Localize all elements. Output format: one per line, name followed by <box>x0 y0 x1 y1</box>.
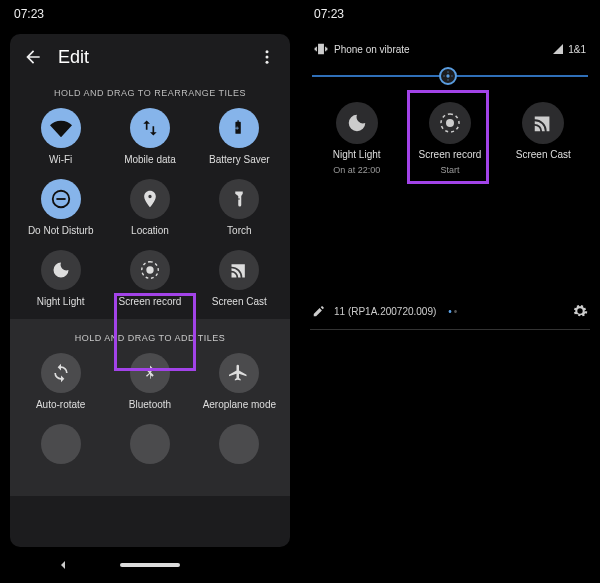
status-bar-right: 07:23 <box>300 0 600 28</box>
tile-aeroplane[interactable]: Aeroplane mode <box>195 353 284 410</box>
svg-point-11 <box>446 119 454 127</box>
edit-icon[interactable] <box>312 304 326 318</box>
qs-edit-panel: Edit HOLD AND DRAG TO REARRANGE TILES Wi… <box>10 34 290 547</box>
qs-tile-screen-cast[interactable]: Screen Cast <box>497 102 590 175</box>
qs-tiles-grid: Night Light On at 22:00 Screen record St… <box>310 96 590 185</box>
clock: 07:23 <box>14 7 44 21</box>
signal-icon <box>552 43 564 55</box>
tile-screen-cast[interactable]: Screen Cast <box>195 250 284 307</box>
brightness-slider[interactable] <box>312 66 588 86</box>
build-text: 11 (RP1A.200720.009) <box>334 306 436 317</box>
svg-point-5 <box>146 266 153 273</box>
battery-icon <box>230 119 248 137</box>
tile-night-light[interactable]: Night Light <box>16 250 105 307</box>
qs-tile-screen-record[interactable]: Screen record Start <box>403 102 496 175</box>
tile-extra-2[interactable] <box>105 424 194 464</box>
rotate-icon <box>51 363 71 383</box>
carrier-text: 1&1 <box>568 44 586 55</box>
tile-torch[interactable]: Torch <box>195 179 284 236</box>
tile-mobile-data[interactable]: Mobile data <box>105 108 194 165</box>
vibrate-text: Phone on vibrate <box>334 44 410 55</box>
tile-dnd[interactable]: Do Not Disturb <box>16 179 105 236</box>
swap-icon <box>140 118 160 138</box>
svg-point-2 <box>266 61 269 64</box>
overflow-menu-icon[interactable] <box>256 46 278 68</box>
vibrate-icon <box>314 42 328 56</box>
active-tiles-grid: Wi-Fi Mobile data Battery Saver Do Not D… <box>10 104 290 319</box>
record-icon <box>139 259 161 281</box>
tile-bluetooth[interactable]: Bluetooth <box>105 353 194 410</box>
qs-footer: 11 (RP1A.200720.009) •• <box>310 295 590 330</box>
tile-extra-1[interactable] <box>16 424 105 464</box>
plane-icon <box>229 363 249 383</box>
cast-icon <box>532 112 554 134</box>
nav-home[interactable] <box>120 563 180 567</box>
status-bar-left: 07:23 <box>0 0 300 28</box>
brightness-icon <box>443 71 453 81</box>
page-title: Edit <box>58 47 242 68</box>
qs-top-row: Phone on vibrate 1&1 <box>310 34 590 62</box>
phone-right: 07:23 Phone on vibrate 1&1 Night Light O… <box>300 0 600 583</box>
tile-auto-rotate[interactable]: Auto-rotate <box>16 353 105 410</box>
dnd-icon <box>50 188 72 210</box>
edit-header: Edit <box>10 34 290 80</box>
phone-left: 07:23 Edit HOLD AND DRAG TO REARRANGE TI… <box>0 0 300 583</box>
nav-back-icon[interactable] <box>55 557 71 573</box>
record-icon <box>438 111 462 135</box>
svg-point-1 <box>266 56 269 59</box>
hint-rearrange: HOLD AND DRAG TO REARRANGE TILES <box>10 80 290 104</box>
cast-icon <box>229 260 249 280</box>
tile-wifi[interactable]: Wi-Fi <box>16 108 105 165</box>
hint-add: HOLD AND DRAG TO ADD TILES <box>10 319 290 349</box>
bluetooth-icon <box>141 364 159 382</box>
back-icon[interactable] <box>22 46 44 68</box>
page-indicator: •• <box>448 306 459 317</box>
tile-battery-saver[interactable]: Battery Saver <box>195 108 284 165</box>
svg-point-0 <box>266 50 269 53</box>
nav-bar-left <box>0 547 300 583</box>
gear-icon[interactable] <box>572 303 588 319</box>
qs-tile-night-light[interactable]: Night Light On at 22:00 <box>310 102 403 175</box>
svg-point-6 <box>446 74 449 77</box>
add-tiles-section: HOLD AND DRAG TO ADD TILES Auto-rotate B… <box>10 319 290 496</box>
tile-extra-3[interactable] <box>195 424 284 464</box>
moon-icon <box>51 260 71 280</box>
wifi-icon <box>50 117 72 139</box>
svg-rect-4 <box>56 198 65 200</box>
qs-panel: Phone on vibrate 1&1 Night Light On at 2… <box>310 34 590 583</box>
moon-icon <box>346 112 368 134</box>
tile-location[interactable]: Location <box>105 179 194 236</box>
location-icon <box>140 189 160 209</box>
clock: 07:23 <box>314 7 344 21</box>
tile-screen-record[interactable]: Screen record <box>105 250 194 307</box>
torch-icon <box>230 190 248 208</box>
